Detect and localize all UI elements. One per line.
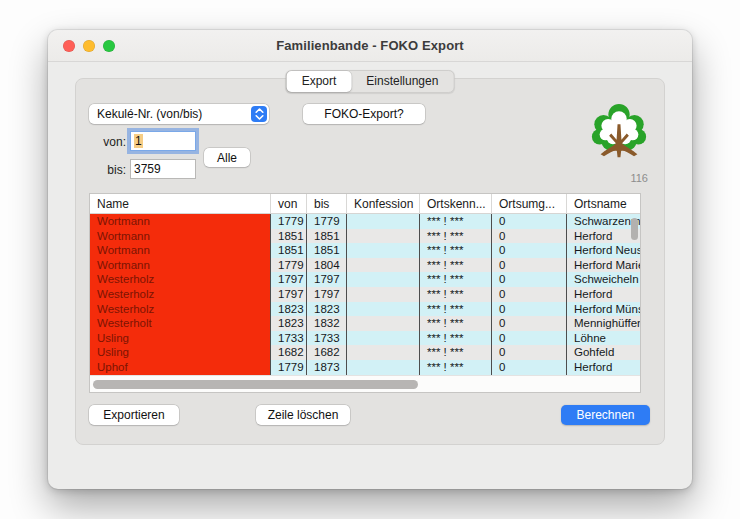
table-row[interactable]: Usling 1682 1682 *** ! *** 0 Gohfeld	[90, 345, 640, 360]
cell-ortsumg[interactable]: 0	[491, 258, 566, 273]
bis-input[interactable]: 3759	[130, 159, 196, 179]
minimize-button[interactable]	[83, 40, 95, 52]
cell-bis[interactable]: 1851	[306, 229, 346, 244]
cell-bis[interactable]: 1797	[306, 272, 346, 287]
cell-von[interactable]: 1851	[270, 229, 306, 244]
column-header-ortsumg[interactable]: Ortsumg...	[491, 194, 566, 213]
cell-ortskenn[interactable]: *** ! ***	[419, 272, 491, 287]
cell-bis[interactable]: 1804	[306, 258, 346, 273]
cell-ortsname[interactable]: Löhne	[566, 331, 640, 346]
tab-einstellungen[interactable]: Einstellungen	[351, 71, 453, 92]
column-header-von[interactable]: von	[270, 194, 306, 213]
cell-ortsumg[interactable]: 0	[491, 302, 566, 317]
cell-name[interactable]: Wortmann	[90, 229, 270, 244]
cell-konfession[interactable]	[346, 243, 419, 258]
alle-button[interactable]: Alle	[204, 148, 250, 167]
cell-ortsumg[interactable]: 0	[491, 229, 566, 244]
cell-ortskenn[interactable]: *** ! ***	[419, 214, 491, 229]
horizontal-scrollbar-track[interactable]	[90, 375, 640, 392]
cell-ortsname[interactable]: Herford	[566, 287, 640, 302]
cell-name[interactable]: Westerholz	[90, 272, 270, 287]
zeile-loeschen-button[interactable]: Zeile löschen	[256, 405, 350, 425]
cell-name[interactable]: Westerholt	[90, 316, 270, 331]
cell-ortsname[interactable]: Herford Marie	[566, 258, 640, 273]
cell-konfession[interactable]	[346, 360, 419, 375]
cell-ortsumg[interactable]: 0	[491, 316, 566, 331]
cell-bis[interactable]: 1682	[306, 345, 346, 360]
cell-ortsname[interactable]: Mennighüffen	[566, 316, 640, 331]
column-header-bis[interactable]: bis	[306, 194, 346, 213]
cell-konfession[interactable]	[346, 302, 419, 317]
cell-ortskenn[interactable]: *** ! ***	[419, 331, 491, 346]
cell-ortskenn[interactable]: *** ! ***	[419, 345, 491, 360]
cell-ortsname[interactable]: Herford	[566, 360, 640, 375]
mode-select[interactable]: Kekulé-Nr. (von/bis)	[89, 104, 269, 124]
cell-ortsumg[interactable]: 0	[491, 331, 566, 346]
table-row[interactable]: Wortmann 1851 1851 *** ! *** 0 Herford	[90, 229, 640, 244]
cell-ortsname[interactable]: Herford Müns	[566, 302, 640, 317]
cell-bis[interactable]: 1733	[306, 331, 346, 346]
table-row[interactable]: Uphof 1779 1873 *** ! *** 0 Herford	[90, 360, 640, 375]
cell-name[interactable]: Uphof	[90, 360, 270, 375]
cell-von[interactable]: 1851	[270, 243, 306, 258]
cell-von[interactable]: 1779	[270, 360, 306, 375]
table-row[interactable]: Westerholt 1823 1832 *** ! *** 0 Mennigh…	[90, 316, 640, 331]
cell-ortsumg[interactable]: 0	[491, 272, 566, 287]
cell-name[interactable]: Wortmann	[90, 214, 270, 229]
cell-von[interactable]: 1823	[270, 302, 306, 317]
cell-bis[interactable]: 1873	[306, 360, 346, 375]
cell-konfession[interactable]	[346, 214, 419, 229]
table-row[interactable]: Wortmann 1779 1779 *** ! *** 0 Schwarzen…	[90, 214, 640, 229]
horizontal-scrollbar-thumb[interactable]	[93, 380, 418, 389]
table-row[interactable]: Westerholz 1797 1797 *** ! *** 0 Schweic…	[90, 272, 640, 287]
cell-ortsumg[interactable]: 0	[491, 360, 566, 375]
table-row[interactable]: Wortmann 1851 1851 *** ! *** 0 Herford N…	[90, 243, 640, 258]
cell-konfession[interactable]	[346, 287, 419, 302]
cell-ortsname[interactable]: Gohfeld	[566, 345, 640, 360]
table-row[interactable]: Usling 1733 1733 *** ! *** 0 Löhne	[90, 331, 640, 346]
table-row[interactable]: Westerholz 1797 1797 *** ! *** 0 Herford	[90, 287, 640, 302]
cell-ortskenn[interactable]: *** ! ***	[419, 258, 491, 273]
cell-konfession[interactable]	[346, 316, 419, 331]
cell-von[interactable]: 1823	[270, 316, 306, 331]
cell-konfession[interactable]	[346, 331, 419, 346]
cell-name[interactable]: Wortmann	[90, 258, 270, 273]
cell-von[interactable]: 1797	[270, 287, 306, 302]
cell-name[interactable]: Westerholz	[90, 287, 270, 302]
cell-ortsumg[interactable]: 0	[491, 243, 566, 258]
cell-bis[interactable]: 1851	[306, 243, 346, 258]
cell-ortskenn[interactable]: *** ! ***	[419, 360, 491, 375]
cell-ortskenn[interactable]: *** ! ***	[419, 243, 491, 258]
cell-name[interactable]: Usling	[90, 331, 270, 346]
cell-konfession[interactable]	[346, 345, 419, 360]
berechnen-button[interactable]: Berechnen	[561, 405, 650, 425]
cell-ortsumg[interactable]: 0	[491, 345, 566, 360]
cell-von[interactable]: 1797	[270, 272, 306, 287]
cell-konfession[interactable]	[346, 258, 419, 273]
cell-bis[interactable]: 1779	[306, 214, 346, 229]
cell-ortsname[interactable]: Schwarzenm.	[566, 214, 640, 229]
column-header-ortsname[interactable]: Ortsname	[566, 194, 640, 213]
close-button[interactable]	[63, 40, 75, 52]
column-header-konfession[interactable]: Konfession	[346, 194, 419, 213]
cell-bis[interactable]: 1823	[306, 302, 346, 317]
von-input[interactable]: 1	[130, 131, 196, 151]
cell-ortskenn[interactable]: *** ! ***	[419, 287, 491, 302]
cell-name[interactable]: Usling	[90, 345, 270, 360]
cell-bis[interactable]: 1797	[306, 287, 346, 302]
foko-export-button[interactable]: FOKO-Export?	[303, 104, 425, 124]
cell-ortskenn[interactable]: *** ! ***	[419, 316, 491, 331]
table-row[interactable]: Westerholz 1823 1823 *** ! *** 0 Herford…	[90, 302, 640, 317]
tab-export[interactable]: Export	[287, 71, 352, 92]
column-header-name[interactable]: Name	[90, 194, 270, 213]
zoom-button[interactable]	[103, 40, 115, 52]
cell-von[interactable]: 1733	[270, 331, 306, 346]
cell-konfession[interactable]	[346, 272, 419, 287]
cell-von[interactable]: 1682	[270, 345, 306, 360]
exportieren-button[interactable]: Exportieren	[89, 405, 179, 425]
title-bar[interactable]: Familienbande - FOKO Export	[48, 30, 692, 62]
cell-konfession[interactable]	[346, 229, 419, 244]
cell-von[interactable]: 1779	[270, 258, 306, 273]
cell-name[interactable]: Westerholz	[90, 302, 270, 317]
cell-von[interactable]: 1779	[270, 214, 306, 229]
